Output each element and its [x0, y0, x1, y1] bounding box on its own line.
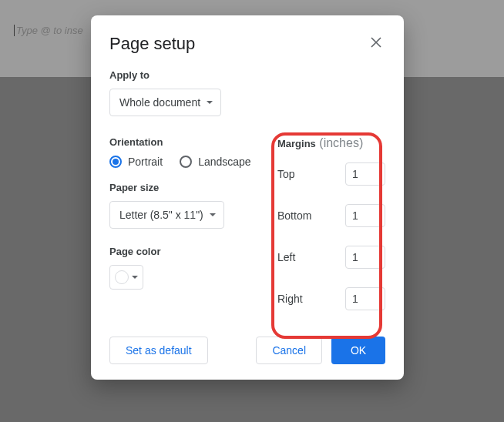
cancel-button[interactable]: Cancel [256, 337, 322, 364]
page-color-section: Page color [109, 246, 270, 290]
apply-to-section: Apply to Whole document [109, 69, 385, 116]
margins-unit: (inches) [319, 136, 363, 149]
orientation-portrait-label: Portrait [128, 156, 163, 168]
set-default-button[interactable]: Set as default [109, 337, 208, 364]
page-color-dropdown[interactable] [109, 265, 143, 290]
close-button[interactable] [367, 35, 385, 53]
left-column: Orientation Portrait Landscape Paper siz… [109, 121, 270, 310]
margin-bottom-input[interactable] [345, 204, 385, 227]
close-icon [371, 37, 381, 51]
orientation-label: Orientation [109, 136, 270, 148]
dialog-footer: Set as default Cancel OK [109, 337, 385, 364]
caret-down-icon [207, 101, 213, 104]
paper-size-section: Paper size Letter (8.5" x 11") [109, 182, 270, 229]
margin-top-label: Top [277, 168, 295, 180]
margin-left-input[interactable] [345, 246, 385, 269]
color-swatch-icon [115, 270, 129, 284]
margin-right-input[interactable] [345, 287, 385, 310]
apply-to-label: Apply to [109, 69, 385, 81]
margin-bottom-label: Bottom [277, 209, 311, 222]
orientation-landscape-radio[interactable]: Landscape [180, 156, 251, 168]
radio-checked-icon [109, 156, 122, 168]
paper-size-label: Paper size [109, 182, 270, 193]
page-setup-dialog: Page setup Apply to Whole document Orien… [91, 15, 404, 380]
paper-size-value: Letter (8.5" x 11") [119, 209, 203, 221]
cancel-label: Cancel [272, 344, 306, 357]
orientation-section: Orientation Portrait Landscape [109, 136, 270, 168]
apply-to-value: Whole document [119, 96, 200, 109]
dialog-header: Page setup [109, 34, 385, 54]
orientation-landscape-label: Landscape [198, 156, 251, 168]
ok-button[interactable]: OK [331, 337, 385, 364]
paper-size-dropdown[interactable]: Letter (8.5" x 11") [109, 201, 224, 229]
margin-left-label: Left [277, 251, 295, 263]
ok-label: OK [351, 344, 366, 357]
margins-section: Margins (inches) Top Bottom Left Right [277, 121, 385, 310]
caret-down-icon [132, 276, 138, 279]
margin-right-label: Right [277, 293, 303, 305]
set-default-label: Set as default [126, 344, 192, 357]
apply-to-dropdown[interactable]: Whole document [109, 89, 221, 116]
radio-unchecked-icon [180, 156, 192, 168]
margins-label: Margins [277, 138, 316, 149]
caret-down-icon [210, 213, 216, 216]
margin-top-input[interactable] [345, 162, 385, 186]
orientation-portrait-radio[interactable]: Portrait [109, 156, 163, 168]
page-color-label: Page color [109, 246, 270, 257]
dialog-title: Page setup [109, 34, 195, 54]
